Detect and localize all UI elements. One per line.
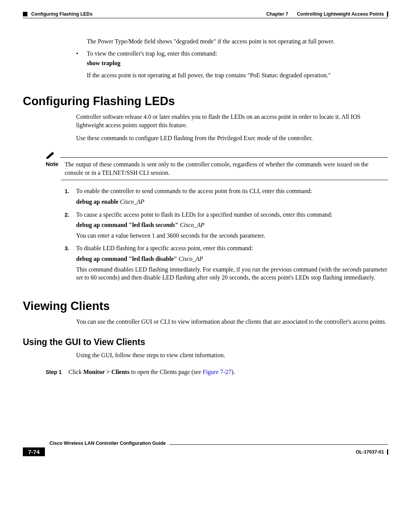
- step-block: Step 1 Click Monitor > Clients to open t…: [46, 368, 388, 376]
- step1-cmd: debug ap enable Cisco_AP: [76, 198, 388, 206]
- header-square-icon: [23, 12, 27, 16]
- step-text: Click Monitor > Clients to open the Clie…: [68, 368, 388, 376]
- header-section: Configuring Flashing LEDs: [31, 11, 92, 17]
- num-marker: 3.: [65, 244, 76, 284]
- header-chapter: Chapter 7: [266, 11, 288, 17]
- sub-p1: Using the GUI, follow these steps to vie…: [76, 351, 388, 359]
- sec2-p1: You can use the controller GUI or CLI to…: [76, 318, 388, 326]
- step3-cmd: debug ap command "led flash disable" Cis…: [76, 255, 388, 263]
- running-header: Configuring Flashing LEDs Chapter 7 Cont…: [23, 11, 388, 17]
- step2-text: To cause a specific access point to flas…: [76, 211, 333, 218]
- figure-link[interactable]: Figure 7-27: [203, 369, 231, 375]
- note-label: Note: [46, 160, 65, 168]
- list-item-1: 1. To enable the controller to send comm…: [65, 187, 388, 208]
- section2-heading: Viewing Clients: [23, 299, 388, 313]
- sec1-p2: Use these commands to configure LED flas…: [76, 134, 388, 142]
- intro-p1: The Power Type/Mode field shows "degrade…: [87, 37, 388, 46]
- header-chapter-title: Controlling Lightweight Access Points: [297, 11, 384, 17]
- header-right: Chapter 7 Controlling Lightweight Access…: [266, 11, 388, 17]
- pencil-icon: [46, 150, 56, 159]
- intro-block: The Power Type/Mode field shows "degrade…: [76, 37, 388, 79]
- note-top-rule: [60, 157, 388, 158]
- note-bottom-rule: [61, 180, 388, 180]
- footer-guide-title: Cisco Wireless LAN Controller Configurat…: [49, 441, 166, 446]
- content-area: The Power Type/Mode field shows "degrade…: [23, 37, 388, 79]
- num-marker: 1.: [65, 187, 76, 208]
- num-marker: 2.: [65, 211, 76, 242]
- header-rule: [23, 18, 388, 18]
- page-footer: Cisco Wireless LAN Controller Configurat…: [23, 441, 388, 456]
- intro-bullet: • To view the controller's trap log, ent…: [76, 50, 388, 58]
- intro-p2: If the access point is not operating at …: [87, 71, 388, 80]
- step3-text: To disable LED flashing for a specific a…: [76, 245, 253, 251]
- numbered-list: 1. To enable the controller to send comm…: [65, 187, 388, 284]
- page-number: 7-74: [23, 447, 45, 456]
- step3-p2: This command disables LED flashing immed…: [76, 265, 388, 282]
- intro-bullet-text: To view the controller's trap log, enter…: [87, 50, 388, 58]
- header-bar-icon: [387, 11, 388, 17]
- doc-id: OL-17037-01: [356, 449, 388, 455]
- step1-text: To enable the controller to send command…: [76, 188, 312, 194]
- step2-p2: You can enter a value between 1 and 3600…: [76, 232, 388, 240]
- bullet-icon: •: [76, 50, 87, 58]
- subsection-heading: Using the GUI to View Clients: [23, 337, 388, 347]
- note-text: The output of these commands is sent onl…: [65, 160, 388, 177]
- list-item-2: 2. To cause a specific access point to f…: [65, 211, 388, 242]
- header-left: Configuring Flashing LEDs: [23, 11, 92, 17]
- intro-cmd: show traplog: [87, 59, 388, 67]
- step2-cmd: debug ap command "led flash seconds" Cis…: [76, 221, 388, 229]
- footer-bar-icon: [387, 449, 388, 455]
- footer-rule: [169, 444, 388, 445]
- section1-heading: Configuring Flashing LEDs: [23, 94, 388, 108]
- page: Configuring Flashing LEDs Chapter 7 Cont…: [0, 0, 411, 464]
- note-block: Note The output of these commands is sen…: [46, 150, 388, 180]
- list-item-3: 3. To disable LED flashing for a specifi…: [65, 244, 388, 284]
- step-label: Step 1: [46, 368, 68, 376]
- sec1-p1: Controller software release 4.0 or later…: [76, 113, 388, 129]
